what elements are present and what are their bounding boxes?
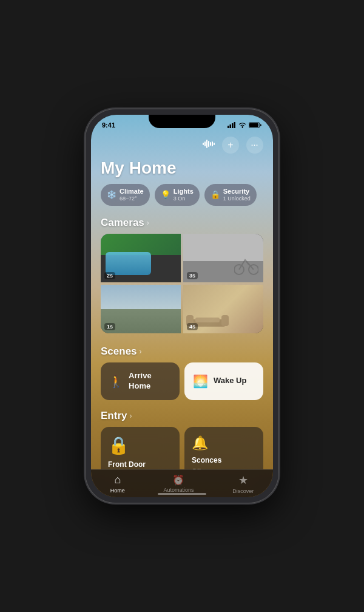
climate-label: Climate (120, 188, 144, 195)
scene-arrive-home[interactable]: 🚶 Arrive Home (101, 362, 180, 400)
security-icon: 🔒 (211, 190, 220, 199)
waveform-icon[interactable] (203, 139, 215, 151)
more-button[interactable]: ··· (246, 137, 263, 154)
top-actions: + ··· (91, 132, 273, 156)
svg-rect-1 (230, 124, 232, 128)
scenes-section-header[interactable]: Scenes › (91, 343, 273, 362)
front-door-card[interactable]: 🔒 Front Door (101, 427, 180, 469)
phone-frame: 9:41 (85, 109, 279, 503)
home-indicator (158, 493, 206, 495)
tab-discover-icon: ★ (238, 474, 248, 487)
tab-automations[interactable]: ⏰ Automations (153, 472, 203, 495)
sconces-name: Sconces (192, 456, 221, 466)
tab-discover[interactable]: ★ Discover (223, 471, 263, 497)
front-door-name: Front Door (108, 460, 146, 469)
content-scroll[interactable]: + ··· My Home ❄️ Climate 68–72° 💡 (91, 132, 273, 469)
climate-pill[interactable]: ❄️ Climate 68–72° (101, 184, 150, 206)
svg-rect-10 (210, 142, 211, 146)
wake-up-label: Wake Up (214, 376, 246, 386)
lights-icon: 💡 (161, 190, 170, 199)
notch (149, 115, 215, 128)
status-time: 9:41 (102, 121, 115, 129)
scenes-chevron: › (140, 347, 142, 356)
security-label: Security (223, 188, 251, 195)
svg-rect-12 (214, 143, 215, 145)
front-door-icon: 🔒 (108, 435, 129, 455)
add-button[interactable]: + (222, 137, 239, 154)
tab-home-label: Home (110, 488, 125, 494)
scenes-grid: 🚶 Arrive Home 🌅 Wake Up (101, 362, 263, 400)
security-pill[interactable]: 🔒 Security 1 Unlocked (204, 184, 257, 206)
status-icons (228, 122, 262, 128)
tab-automations-label: Automations (163, 487, 194, 493)
cam3-timer: 1s (104, 323, 115, 330)
cameras-section-header[interactable]: Cameras › (91, 214, 273, 234)
lights-label: Lights (174, 188, 194, 195)
svg-rect-2 (232, 123, 234, 128)
tab-automations-icon: ⏰ (172, 474, 184, 486)
lights-pill[interactable]: 💡 Lights 3 On (155, 184, 200, 206)
svg-rect-18 (195, 318, 220, 322)
svg-rect-3 (234, 122, 236, 128)
home-title: My Home (91, 156, 273, 184)
cam1-timer: 2s (104, 272, 115, 279)
arrive-home-icon: 🚶 (108, 374, 124, 389)
cameras-chevron: › (147, 219, 149, 227)
camera-cell-4[interactable]: 4s (183, 285, 263, 333)
cam4-timer: 4s (187, 323, 198, 330)
svg-rect-9 (208, 141, 209, 147)
entry-grid: 🔒 Front Door 🔔 Sconces Off 💡 Overhead Of… (101, 427, 263, 469)
svg-rect-0 (228, 126, 229, 128)
wake-up-icon: 🌅 (192, 374, 209, 389)
category-pills: ❄️ Climate 68–72° 💡 Lights 3 On 🔒 (91, 184, 273, 214)
tab-home-icon: ⌂ (114, 474, 121, 486)
sconces-icon: 🔔 (192, 435, 208, 451)
scenes-title: Scenes (101, 345, 137, 358)
entry-chevron: › (129, 412, 132, 420)
security-sub: 1 Unlocked (223, 195, 251, 202)
entry-section-header[interactable]: Entry › (91, 407, 273, 427)
camera-cell-1[interactable]: 2s (101, 234, 181, 282)
svg-rect-7 (204, 141, 206, 146)
sconces-card[interactable]: 🔔 Sconces Off (184, 427, 263, 469)
arrive-home-label: Arrive Home (129, 371, 172, 392)
camera-cell-3[interactable]: 1s (101, 285, 181, 333)
svg-rect-17 (221, 315, 229, 326)
svg-rect-8 (206, 140, 207, 148)
cameras-title: Cameras (101, 217, 144, 229)
lights-sub: 3 On (174, 195, 194, 202)
climate-sub: 68–72° (120, 195, 144, 202)
tab-home[interactable]: ⌂ Home (101, 471, 135, 496)
entry-title: Entry (101, 410, 127, 422)
cam2-timer: 3s (187, 272, 198, 279)
camera-grid: 2s 3s 1s (101, 234, 263, 333)
wifi-icon (238, 122, 246, 128)
scene-wake-up[interactable]: 🌅 Wake Up (184, 362, 263, 400)
climate-icon: ❄️ (107, 190, 116, 199)
phone-screen: 9:41 (91, 115, 273, 497)
camera-cell-2[interactable]: 3s (183, 234, 263, 282)
svg-point-13 (234, 265, 244, 274)
svg-rect-11 (212, 141, 213, 146)
tab-discover-label: Discover (232, 488, 254, 494)
svg-rect-5 (249, 123, 258, 127)
signal-icon (228, 122, 236, 128)
battery-icon (249, 122, 262, 128)
svg-rect-6 (203, 143, 204, 145)
